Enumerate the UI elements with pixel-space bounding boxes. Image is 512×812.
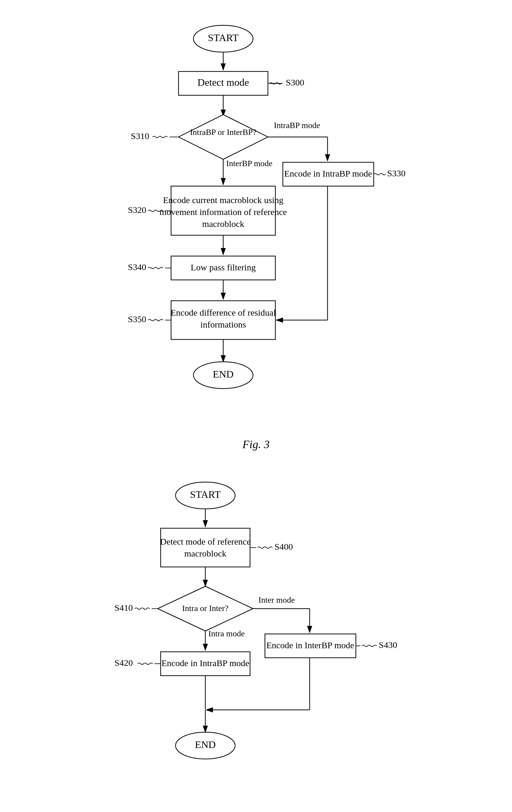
figure-4: START Detect mode of reference macrobloc…: [92, 475, 420, 812]
fig4-inter-mode-label: Inter mode: [259, 595, 295, 605]
fig4-s420: S420: [114, 658, 133, 668]
fig4-diamond: Intra or Inter?: [182, 604, 228, 613]
fig3-encode-macroblock-l3: macroblock: [202, 219, 244, 229]
svg-rect-22: [161, 528, 250, 567]
fig4-s430: S430: [379, 640, 397, 650]
page: START Detect mode S300 IntraBP or InterB…: [0, 0, 512, 812]
fig4-detect-mode-l2: macroblock: [184, 549, 226, 558]
fig3-caption: Fig. 3: [243, 438, 270, 451]
fig3-diamond: IntraBP or InterBP?: [190, 127, 257, 137]
fig3-intrabp-mode-label: IntraBP mode: [274, 121, 320, 130]
fig4-flowchart: START Detect mode of reference macrobloc…: [92, 475, 420, 802]
fig3-encode-macroblock-l1: Encode current macroblock using: [163, 195, 284, 205]
fig3-detect-mode: Detect mode: [197, 77, 249, 88]
fig3-encode-diff-l2: informations: [200, 319, 246, 329]
fig3-end-label: END: [213, 369, 234, 380]
fig3-s330: S330: [387, 168, 406, 178]
fig4-encode-interbp: Encode in InterBP mode: [266, 640, 354, 650]
fig4-s410: S410: [114, 603, 133, 612]
fig4-detect-mode-l1: Detect mode of reference: [160, 536, 251, 546]
fig3-s350: S350: [128, 314, 146, 324]
figure-3: START Detect mode S300 IntraBP or InterB…: [92, 18, 420, 451]
fig3-flowchart: START Detect mode S300 IntraBP or InterB…: [92, 18, 420, 429]
svg-marker-5: [179, 115, 268, 159]
fig4-encode-intrabp: Encode in IntraBP mode: [162, 658, 249, 668]
fig4-end-label: END: [195, 739, 216, 750]
fig4-start-label: START: [190, 489, 221, 500]
fig3-encode-macroblock-l2: movement information of reference: [159, 207, 287, 217]
fig3-encode-diff-l1: Encode difference of residual: [170, 308, 276, 317]
fig3-encode-intrabp: Encode in IntraBP mode: [284, 169, 372, 178]
fig4-intra-mode-label: Intra mode: [208, 629, 245, 638]
fig3-s310: S310: [131, 131, 149, 141]
fig4-s400: S400: [274, 542, 293, 551]
fig3-start-label: START: [208, 32, 239, 43]
fig3-s300: S300: [286, 78, 304, 87]
fig3-low-pass: Low pass filtering: [191, 262, 256, 272]
fig3-s320: S320: [128, 205, 146, 215]
fig3-s340: S340: [128, 262, 146, 272]
fig3-interbp-mode-label: InterBP mode: [226, 159, 272, 168]
